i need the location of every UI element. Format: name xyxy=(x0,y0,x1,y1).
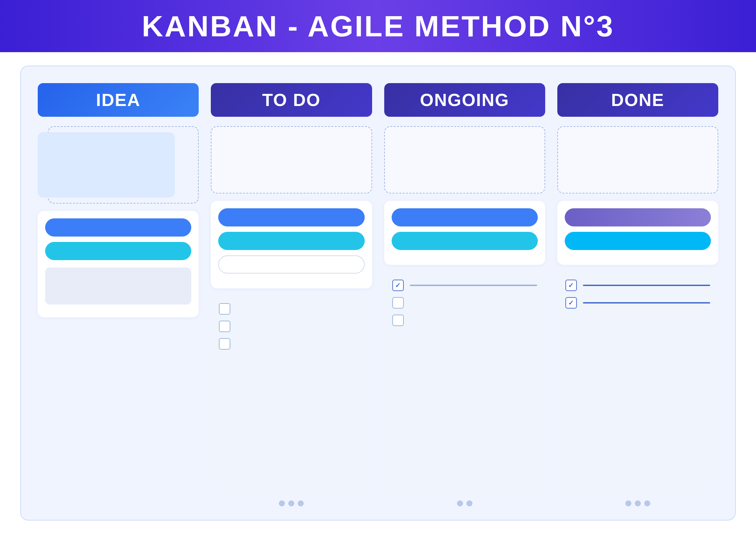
ongoing-check-row-2 xyxy=(392,297,537,309)
done-check-row-2 xyxy=(565,297,710,309)
kanban-board: IDEA TO DO xyxy=(20,66,736,521)
column-label-done: DONE xyxy=(611,90,664,110)
todo-checkbox-2[interactable] xyxy=(219,321,230,332)
done-dot-2 xyxy=(635,500,641,506)
column-header-todo: TO DO xyxy=(211,83,372,117)
column-label-todo: TO DO xyxy=(262,90,321,110)
todo-placeholder-card xyxy=(211,126,372,193)
idea-pill-2 xyxy=(45,242,191,260)
ongoing-check-row-3 xyxy=(392,315,537,326)
todo-dots xyxy=(211,496,372,506)
column-label-idea: IDEA xyxy=(96,90,140,110)
column-todo: TO DO xyxy=(211,83,372,506)
done-check-line-1 xyxy=(583,285,710,286)
todo-check-row-1 xyxy=(219,303,364,315)
idea-pill-1 xyxy=(45,218,191,237)
page-title: KANBAN - AGILE METHOD N°3 xyxy=(142,9,614,43)
ongoing-pill-row xyxy=(392,208,538,250)
ongoing-dot-2 xyxy=(466,500,472,506)
ongoing-check-line-1 xyxy=(410,285,537,286)
ongoing-pills-card xyxy=(384,201,545,265)
ongoing-dots xyxy=(384,496,545,506)
column-header-done: DONE xyxy=(557,83,718,117)
column-label-ongoing: ONGOING xyxy=(420,90,509,110)
todo-pill-1 xyxy=(218,208,364,226)
column-idea: IDEA xyxy=(38,83,199,506)
todo-dot-2 xyxy=(288,500,294,506)
idea-pill-row xyxy=(45,218,191,260)
todo-checkbox-1[interactable] xyxy=(219,303,230,315)
done-checklist-card xyxy=(557,272,718,491)
idea-pills-card xyxy=(38,211,199,317)
done-pills-card xyxy=(557,201,718,265)
todo-check-row-3 xyxy=(219,338,364,350)
done-pill-1 xyxy=(565,208,711,226)
ongoing-dot-1 xyxy=(457,500,463,506)
done-checkbox-1[interactable] xyxy=(565,280,577,291)
ongoing-check-row-1 xyxy=(392,280,537,291)
ongoing-checklist-card xyxy=(384,272,545,491)
done-check-line-2 xyxy=(583,302,710,304)
page-header: KANBAN - AGILE METHOD N°3 xyxy=(0,0,756,52)
done-dots xyxy=(557,496,718,506)
idea-spacer xyxy=(38,325,199,506)
ongoing-pill-1 xyxy=(392,208,538,226)
done-pill-2 xyxy=(565,232,711,250)
todo-check-row-2 xyxy=(219,321,364,332)
todo-dot-3 xyxy=(298,500,304,506)
todo-pills-card xyxy=(211,201,372,288)
ongoing-checkbox-1[interactable] xyxy=(392,280,404,291)
todo-pill-3 xyxy=(218,255,364,274)
todo-pill-row xyxy=(218,208,364,274)
done-pill-row xyxy=(565,208,711,250)
done-check-row-1 xyxy=(565,280,710,291)
done-checkbox-2[interactable] xyxy=(565,297,577,309)
column-done: DONE xyxy=(557,83,718,506)
ongoing-placeholder-card xyxy=(384,126,545,193)
ongoing-checkbox-3[interactable] xyxy=(392,315,404,326)
idea-placeholder-card xyxy=(38,126,199,204)
done-dot-3 xyxy=(644,500,650,506)
ongoing-pill-2 xyxy=(392,232,538,250)
idea-gray-block xyxy=(45,268,191,305)
idea-inner-card xyxy=(38,132,175,198)
todo-checklist-card xyxy=(211,296,372,491)
column-header-idea: IDEA xyxy=(38,83,199,117)
todo-dot-1 xyxy=(279,500,285,506)
todo-pill-2 xyxy=(218,232,364,250)
ongoing-checkbox-2[interactable] xyxy=(392,297,404,309)
done-placeholder-card xyxy=(557,126,718,193)
column-ongoing: ONGOING xyxy=(384,83,545,506)
done-dot-1 xyxy=(625,500,631,506)
todo-checkbox-3[interactable] xyxy=(219,338,230,350)
column-header-ongoing: ONGOING xyxy=(384,83,545,117)
